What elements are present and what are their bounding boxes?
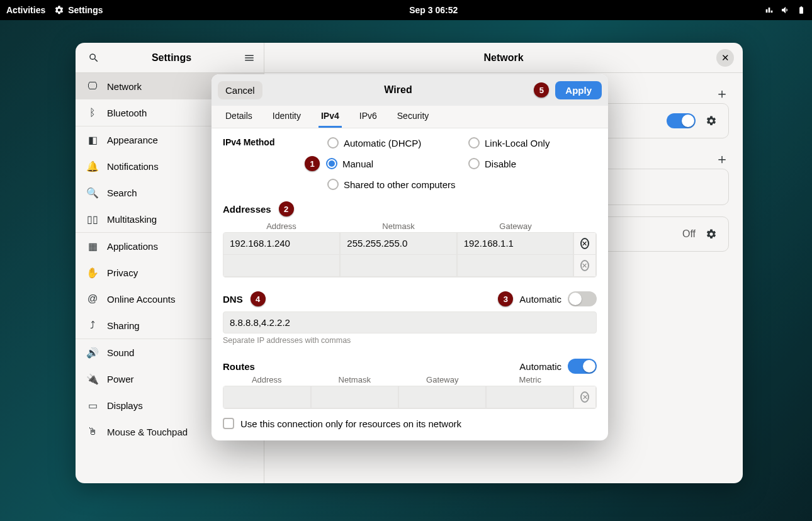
volume-tray-icon[interactable] xyxy=(781,5,791,15)
table-row: 192.168.1.240 255.255.255.0 192.168.1.1 … xyxy=(223,233,596,255)
cancel-button[interactable]: Cancel xyxy=(218,81,262,99)
automatic-label: Automatic xyxy=(519,294,561,305)
sidebar-item-label: Sharing xyxy=(107,320,140,331)
address-input[interactable] xyxy=(223,255,340,277)
addresses-label: Addresses xyxy=(223,204,271,215)
tab-security[interactable]: Security xyxy=(395,106,432,128)
radio-label: Link-Local Only xyxy=(485,138,550,148)
radio-icon xyxy=(327,179,339,190)
monitor-icon: 🖵 xyxy=(87,81,98,92)
tab-ipv4[interactable]: IPv4 xyxy=(319,106,342,128)
radio-link-local[interactable]: Link-Local Only xyxy=(468,137,597,148)
activities-button[interactable]: Activities xyxy=(6,5,45,15)
addresses-section: Addresses 2 Address Netmask Gateway 192.… xyxy=(223,201,597,277)
hand-icon: ✋ xyxy=(87,267,98,278)
remove-icon: ✕ xyxy=(580,238,589,249)
radio-label: Shared to other computers xyxy=(344,179,456,190)
resources-only-checkbox[interactable] xyxy=(223,418,234,429)
radio-icon xyxy=(326,158,337,169)
sound-icon: 🔊 xyxy=(87,347,98,358)
topbar-settings[interactable]: Settings xyxy=(54,5,103,15)
clock[interactable]: Sep 3 06:52 xyxy=(409,5,458,15)
tab-details[interactable]: Details xyxy=(223,106,255,128)
share-icon: ⤴ xyxy=(87,320,98,331)
sidebar-item-label: Bluetooth xyxy=(107,108,147,118)
add-vpn-button[interactable]: ＋ xyxy=(715,150,729,169)
multitask-icon: ▯▯ xyxy=(87,213,98,225)
network-tray-icon[interactable] xyxy=(764,5,774,15)
wired-settings-button[interactable] xyxy=(703,113,719,129)
battery-tray-icon[interactable] xyxy=(797,5,806,15)
dns-hint: Separate IP addresses with commas xyxy=(223,336,597,345)
resources-only-label: Use this connection only for resources o… xyxy=(240,418,461,429)
ipv4-method-label: IPv4 Method xyxy=(223,137,311,190)
radio-shared[interactable]: Shared to other computers xyxy=(327,179,597,190)
appearance-icon: ◧ xyxy=(87,134,98,145)
grid-icon: ▦ xyxy=(87,240,98,252)
radio-label: Automatic (DHCP) xyxy=(344,138,421,148)
routes-table: ✕ xyxy=(223,386,597,409)
sidebar-item-label: Notifications xyxy=(107,161,159,172)
radio-label: Disable xyxy=(485,159,516,169)
table-row: ✕ xyxy=(223,386,596,408)
apply-button[interactable]: Apply xyxy=(555,81,602,99)
dns-input[interactable]: 8.8.8.8,4.2.2.2 xyxy=(223,311,597,333)
netmask-input[interactable]: 255.255.255.0 xyxy=(340,233,456,255)
tab-ipv6[interactable]: IPv6 xyxy=(357,106,380,128)
sidebar-item-label: Power xyxy=(107,374,134,384)
radio-manual[interactable]: Manual xyxy=(326,158,373,169)
dns-label: DNS xyxy=(223,294,243,305)
close-icon[interactable]: ✕ xyxy=(716,49,734,67)
search-icon[interactable] xyxy=(84,48,103,67)
automatic-label: Automatic xyxy=(519,361,561,372)
remove-icon: ✕ xyxy=(580,260,589,271)
routes-automatic-toggle[interactable] xyxy=(568,359,597,374)
radio-disable[interactable]: Disable xyxy=(468,156,597,171)
wired-toggle[interactable] xyxy=(667,113,696,128)
mouse-icon: 🖱 xyxy=(87,426,98,437)
resources-only-row: Use this connection only for resources o… xyxy=(223,418,597,429)
page-title: Network xyxy=(291,52,716,64)
routes-header: Address Netmask Gateway Metric xyxy=(223,374,597,386)
sidebar-title: Settings xyxy=(103,52,240,64)
bluetooth-icon: ᛒ xyxy=(87,107,98,118)
sidebar-item-label: Mouse & Touchpad xyxy=(107,427,188,437)
display-icon: ▭ xyxy=(87,400,98,411)
route-netmask-input[interactable] xyxy=(311,386,398,408)
add-wired-button[interactable]: ＋ xyxy=(715,84,729,103)
route-metric-input[interactable] xyxy=(486,386,573,408)
route-gateway-input[interactable] xyxy=(398,386,486,408)
callout-1: 1 xyxy=(305,156,320,171)
gateway-input[interactable] xyxy=(457,255,573,277)
tab-identity[interactable]: Identity xyxy=(270,106,303,128)
route-address-input[interactable] xyxy=(223,386,311,408)
col-netmask: Netmask xyxy=(311,375,399,384)
proxy-settings-button[interactable] xyxy=(703,226,719,242)
ipv4-method-fieldset: IPv4 Method Automatic (DHCP) Link-Local … xyxy=(223,137,597,190)
content-header: Network ✕ xyxy=(264,43,743,73)
callout-4: 4 xyxy=(251,291,266,306)
address-input[interactable]: 192.168.1.240 xyxy=(223,233,340,255)
gateway-input[interactable]: 192.168.1.1 xyxy=(457,233,573,255)
col-gateway: Gateway xyxy=(457,221,574,231)
sidebar-header: Settings xyxy=(76,43,264,73)
col-gateway: Gateway xyxy=(398,375,487,384)
dialog-body: IPv4 Method Automatic (DHCP) Link-Local … xyxy=(211,128,608,440)
dialog-title: Wired xyxy=(384,84,412,96)
callout-5: 5 xyxy=(534,82,549,98)
netmask-input[interactable] xyxy=(340,255,456,277)
remove-icon: ✕ xyxy=(580,391,589,403)
remove-row-button[interactable]: ✕ xyxy=(573,233,596,255)
sidebar-item-label: Search xyxy=(107,188,137,198)
addresses-table: 192.168.1.240 255.255.255.0 192.168.1.1 … xyxy=(223,232,597,277)
search-icon: 🔍 xyxy=(87,187,98,198)
dns-automatic-toggle[interactable] xyxy=(568,291,597,306)
hamburger-icon[interactable] xyxy=(240,48,259,67)
radio-auto[interactable]: Automatic (DHCP) xyxy=(327,137,456,148)
radio-label: Manual xyxy=(342,159,373,169)
sidebar-item-label: Sound xyxy=(107,347,134,358)
remove-row-button[interactable]: ✕ xyxy=(573,255,596,277)
remove-row-button[interactable]: ✕ xyxy=(573,386,596,408)
radio-icon xyxy=(327,137,339,148)
topbar-settings-label: Settings xyxy=(68,5,103,15)
